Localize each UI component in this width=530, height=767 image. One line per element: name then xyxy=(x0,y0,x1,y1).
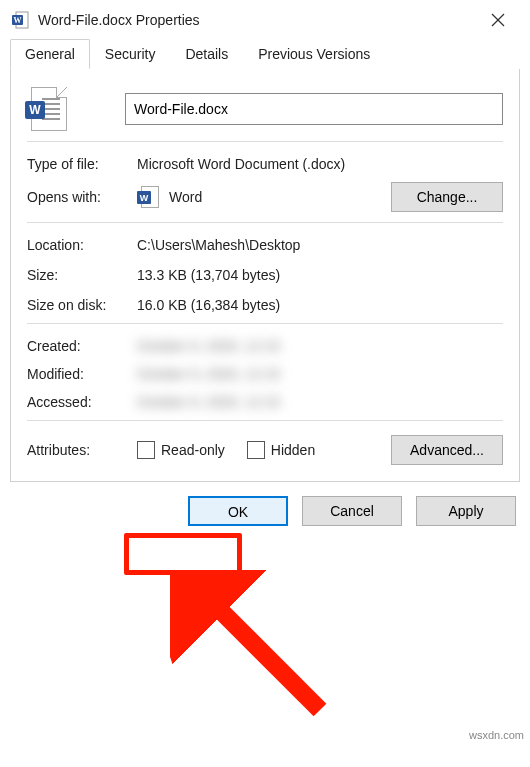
size-on-disk-label: Size on disk: xyxy=(27,297,137,313)
tabstrip: General Security Details Previous Versio… xyxy=(10,38,520,69)
annotation-arrow-icon xyxy=(170,570,350,740)
ok-button[interactable]: OK xyxy=(188,496,288,526)
apply-button[interactable]: Apply xyxy=(416,496,516,526)
readonly-checkbox-wrap[interactable]: Read-only xyxy=(137,441,225,459)
created-row: Created: October 9, 2020, 12:15 xyxy=(27,338,503,354)
location-label: Location: xyxy=(27,237,137,253)
created-value: October 9, 2020, 12:15 xyxy=(137,338,503,354)
titlebar: W Word-File.docx Properties xyxy=(0,0,530,38)
modified-label: Modified: xyxy=(27,366,137,382)
filename-row: W xyxy=(27,87,503,131)
location-row: Location: C:\Users\Mahesh\Desktop xyxy=(27,237,503,253)
window-title: Word-File.docx Properties xyxy=(38,12,478,28)
created-label: Created: xyxy=(27,338,137,354)
change-button[interactable]: Change... xyxy=(391,182,503,212)
attributes-label: Attributes: xyxy=(27,442,137,458)
svg-text:W: W xyxy=(14,16,22,25)
accessed-label: Accessed: xyxy=(27,394,137,410)
readonly-checkbox[interactable] xyxy=(137,441,155,459)
hidden-checkbox[interactable] xyxy=(247,441,265,459)
cancel-button[interactable]: Cancel xyxy=(302,496,402,526)
general-panel: W Type of file: Microsoft Word Document … xyxy=(10,69,520,482)
type-label: Type of file: xyxy=(27,156,137,172)
size-row: Size: 13.3 KB (13,704 bytes) xyxy=(27,267,503,283)
tab-previous-versions[interactable]: Previous Versions xyxy=(243,39,385,69)
type-row: Type of file: Microsoft Word Document (.… xyxy=(27,156,503,172)
watermark: wsxdn.com xyxy=(469,729,524,741)
tab-details[interactable]: Details xyxy=(170,39,243,69)
word-program-icon: W xyxy=(137,186,159,208)
filename-input[interactable] xyxy=(125,93,503,125)
word-app-icon: W xyxy=(12,11,30,29)
svg-line-6 xyxy=(198,588,320,710)
accessed-value: October 9, 2020, 12:15 xyxy=(137,394,503,410)
opens-with-label: Opens with: xyxy=(27,189,137,205)
attributes-row: Attributes: Read-only Hidden Advanced... xyxy=(27,435,503,465)
properties-dialog: W Word-File.docx Properties General Secu… xyxy=(0,0,530,542)
advanced-button[interactable]: Advanced... xyxy=(391,435,503,465)
size-on-disk-value: 16.0 KB (16,384 bytes) xyxy=(137,297,503,313)
opens-with-row: Opens with: W Word Change... xyxy=(27,182,503,212)
readonly-label: Read-only xyxy=(161,442,225,458)
accessed-row: Accessed: October 9, 2020, 12:15 xyxy=(27,394,503,410)
dialog-footer: OK Cancel Apply xyxy=(0,482,530,542)
modified-row: Modified: October 9, 2020, 12:15 xyxy=(27,366,503,382)
opens-with-value: Word xyxy=(169,189,202,205)
type-value: Microsoft Word Document (.docx) xyxy=(137,156,503,172)
tab-general[interactable]: General xyxy=(10,39,90,69)
size-on-disk-row: Size on disk: 16.0 KB (16,384 bytes) xyxy=(27,297,503,313)
file-type-icon: W xyxy=(27,87,71,131)
location-value: C:\Users\Mahesh\Desktop xyxy=(137,237,503,253)
hidden-checkbox-wrap[interactable]: Hidden xyxy=(247,441,315,459)
size-label: Size: xyxy=(27,267,137,283)
size-value: 13.3 KB (13,704 bytes) xyxy=(137,267,503,283)
close-button[interactable] xyxy=(478,5,518,35)
hidden-label: Hidden xyxy=(271,442,315,458)
modified-value: October 9, 2020, 12:15 xyxy=(137,366,503,382)
close-icon xyxy=(491,13,505,27)
tab-security[interactable]: Security xyxy=(90,39,171,69)
